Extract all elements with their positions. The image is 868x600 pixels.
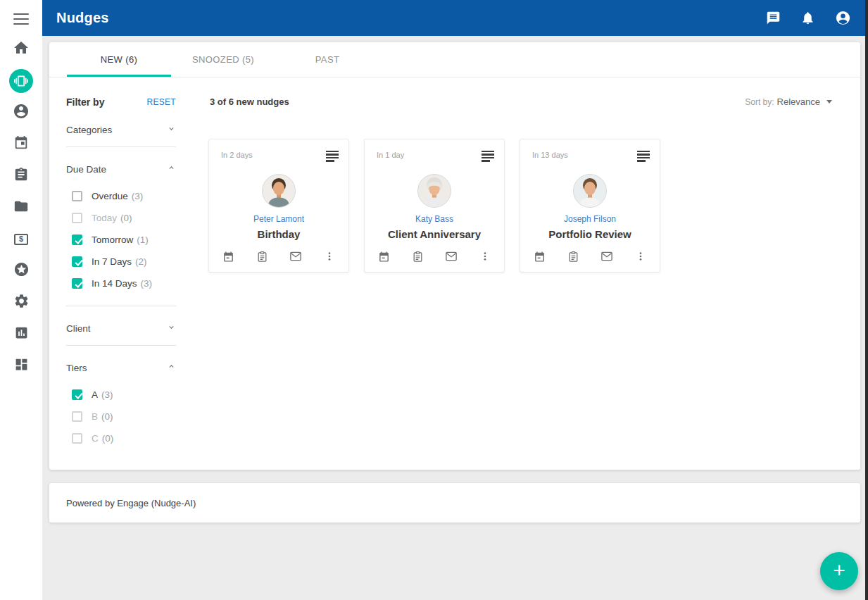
due-label: In 2 days: [219, 149, 253, 159]
account-circle-icon[interactable]: [835, 10, 851, 26]
notifications-bell-icon[interactable]: [800, 11, 815, 25]
nudge-title: Birthday: [258, 228, 301, 240]
checkbox-checked[interactable]: [72, 278, 82, 289]
sort-dropdown[interactable]: Sort by: Relevance: [745, 96, 832, 107]
filter-option-today[interactable]: Today (0): [72, 213, 176, 223]
notes-icon[interactable]: [482, 149, 494, 162]
calendar-icon[interactable]: [222, 251, 234, 263]
page-title: Nudges: [56, 10, 109, 26]
more-vert-icon[interactable]: [635, 251, 646, 262]
gear-icon: [13, 293, 30, 312]
filter-option-in-14-days[interactable]: In 14 Days (3): [72, 278, 176, 289]
dashboard-icon: [14, 357, 29, 375]
filter-option-overdue[interactable]: Overdue (3): [72, 191, 176, 201]
vibration-nudges-icon: [9, 69, 33, 93]
filter-option-tomorrow[interactable]: Tomorrow (1): [72, 235, 176, 245]
calendar-icon[interactable]: [534, 251, 546, 263]
sidebar-item-favorites[interactable]: [0, 255, 42, 287]
chevron-down-icon: [167, 322, 176, 335]
avatar: [573, 174, 607, 208]
plus-icon: +: [833, 560, 845, 581]
nudge-card-client-anniversary: In 1 day: [364, 139, 505, 273]
app-root: $ Nudges: [0, 0, 868, 600]
nudge-title: Client Anniversary: [388, 228, 481, 240]
sidebar-item-home[interactable]: [0, 33, 42, 65]
checkbox[interactable]: [72, 433, 82, 444]
mail-icon[interactable]: [445, 250, 458, 263]
clipboard-icon: [13, 167, 29, 185]
chevron-up-icon: [167, 361, 176, 374]
filter-option-tier-c[interactable]: C (0): [72, 433, 176, 444]
filter-section-categories[interactable]: Categories: [66, 123, 176, 136]
due-label: In 13 days: [530, 149, 568, 159]
sidebar-item-documents[interactable]: [0, 192, 42, 223]
tab-past[interactable]: PAST: [275, 42, 379, 77]
window-edge-strip: [865, 0, 868, 600]
tab-snoozed[interactable]: SNOOZED (5): [171, 42, 275, 77]
due-label: In 1 day: [375, 149, 404, 159]
sidebar-item-billing[interactable]: $: [0, 223, 42, 255]
nudge-card-portfolio-review: In 13 days: [520, 139, 660, 273]
bar-chart-icon: [14, 325, 29, 343]
divider: [66, 306, 176, 306]
sidebar-item-dashboard[interactable]: [0, 350, 42, 382]
filter-option-tier-b[interactable]: B (0): [72, 411, 176, 422]
main-panel: NEW (6) SNOOZED (5) PAST Filter by RESET…: [49, 42, 860, 470]
star-icon: [13, 261, 30, 280]
filter-section-client[interactable]: Client: [66, 322, 176, 335]
client-name-link[interactable]: Peter Lamont: [253, 214, 304, 224]
sidebar-item-calendar[interactable]: [0, 128, 42, 160]
clipboard-icon[interactable]: [567, 251, 579, 263]
divider: [66, 345, 176, 346]
divider: [66, 146, 176, 147]
reset-filters-button[interactable]: RESET: [146, 97, 176, 107]
more-vert-icon[interactable]: [479, 251, 491, 262]
client-name-link[interactable]: Joseph Filson: [564, 214, 616, 224]
chat-icon[interactable]: [766, 11, 781, 25]
checkbox[interactable]: [72, 191, 82, 201]
mail-icon[interactable]: [600, 250, 613, 263]
powered-by-text: Powered by Engage (Nudge-AI): [66, 498, 196, 508]
calendar-icon[interactable]: [378, 251, 390, 263]
tab-new[interactable]: NEW (6): [67, 42, 171, 77]
person-icon: [13, 103, 30, 123]
tab-bar: NEW (6) SNOOZED (5) PAST: [49, 42, 860, 77]
clipboard-icon[interactable]: [256, 251, 268, 263]
avatar: [262, 174, 296, 208]
add-nudge-fab[interactable]: +: [820, 552, 858, 590]
nudges-content: 3 of 6 new nudges Sort by: Relevance In …: [208, 77, 860, 461]
sidebar-item-clients[interactable]: [0, 96, 42, 128]
app-header: Nudges: [42, 0, 865, 36]
checkbox-checked[interactable]: [72, 256, 82, 267]
sidebar: $: [0, 0, 42, 600]
checkbox[interactable]: [72, 213, 82, 223]
sidebar-item-reports[interactable]: [0, 318, 42, 350]
client-name-link[interactable]: Katy Bass: [415, 214, 453, 224]
sidebar-item-settings[interactable]: [0, 287, 42, 318]
nudge-card-birthday: In 2 days: [208, 139, 349, 273]
mail-icon[interactable]: [289, 250, 302, 263]
notes-icon[interactable]: [326, 149, 339, 162]
more-vert-icon[interactable]: [324, 251, 335, 262]
avatar: [417, 174, 451, 208]
menu-icon[interactable]: [13, 13, 29, 25]
filter-option-tier-a[interactable]: A (3): [72, 389, 176, 400]
filter-section-tiers[interactable]: Tiers: [66, 361, 176, 374]
clipboard-icon[interactable]: [412, 251, 424, 263]
checkbox-checked[interactable]: [72, 235, 82, 245]
sidebar-item-nudges-active[interactable]: [0, 65, 42, 96]
notes-icon[interactable]: [637, 149, 650, 162]
checkbox[interactable]: [72, 411, 82, 422]
nudge-title: Portfolio Review: [548, 228, 631, 240]
sidebar-item-tasks[interactable]: [0, 160, 42, 192]
dollar-icon: $: [14, 234, 28, 245]
chevron-down-icon: [167, 123, 176, 136]
filter-option-in-7-days[interactable]: In 7 Days (2): [72, 256, 176, 267]
calendar-icon: [13, 135, 29, 154]
dropdown-caret-icon: [826, 100, 832, 104]
home-icon: [13, 39, 30, 59]
checkbox-checked[interactable]: [72, 389, 82, 400]
filter-panel: Filter by RESET Categories Due Date: [49, 77, 208, 461]
folder-icon: [13, 199, 29, 217]
filter-section-due-date[interactable]: Due Date: [66, 163, 176, 175]
